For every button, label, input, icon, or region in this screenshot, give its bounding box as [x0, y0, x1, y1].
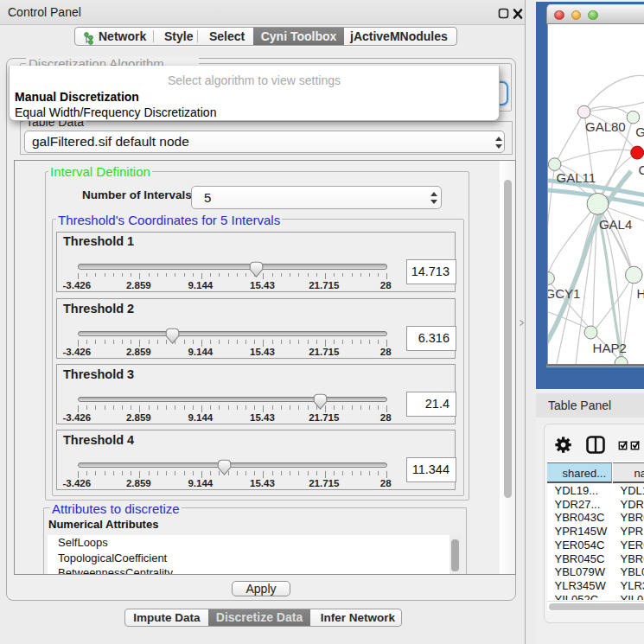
svg-text:GAL80: GAL80 [585, 119, 626, 134]
svg-text:GCY1: GCY1 [548, 286, 580, 301]
svg-text:C: C [639, 163, 644, 177]
svg-text:HAP2: HAP2 [593, 341, 627, 355]
svg-text:GA: GA [635, 124, 644, 139]
svg-text:HI: HI [637, 286, 644, 301]
svg-text:GAL4: GAL4 [599, 217, 632, 232]
svg-text:GAL11: GAL11 [557, 170, 596, 185]
